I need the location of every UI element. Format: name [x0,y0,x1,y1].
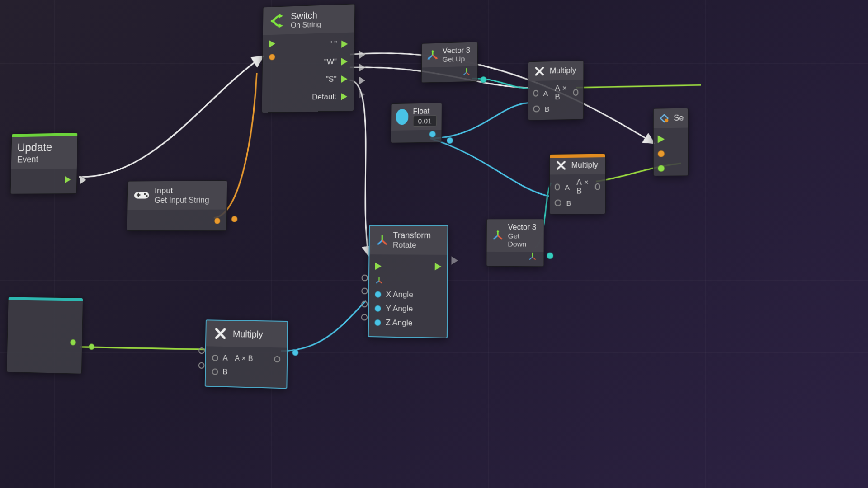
node-title: Vector 3 [508,223,539,232]
float-out-port[interactable] [429,131,436,137]
multiply-icon [555,159,567,172]
node-subtitle: Get Down [508,231,539,248]
pin-y-angle[interactable] [375,305,381,312]
node-float-literal[interactable]: Float 0.01 [391,103,442,143]
node-title: Switch [291,10,321,21]
outer-pin-transform-2[interactable] [361,301,368,308]
gamepad-icon [134,188,150,204]
string-out-port[interactable] [214,218,221,224]
exec-out-icon[interactable] [435,263,442,270]
float-value-field[interactable]: 0.01 [413,115,437,127]
pin-b[interactable] [212,368,218,375]
exec-in-icon[interactable] [269,40,275,47]
exec-in-icon[interactable] [375,263,381,270]
node-subtitle: Event [17,154,52,164]
result-out-port[interactable] [274,356,280,363]
axes-mini-icon [527,251,538,261]
pin-a[interactable] [533,90,538,97]
node-subtitle: Get Up [443,54,470,63]
target-transform-pin-icon[interactable] [375,276,383,285]
node-title: Se [674,114,684,122]
branch-icon [269,12,286,29]
pin-a-label: A [543,89,548,97]
result-out-port[interactable] [573,89,579,96]
node-switch-on-string[interactable]: Switch On String " " "W" "S" Default [262,4,355,113]
transform-icon [376,234,388,246]
outer-pin-mulbot-a[interactable] [198,347,205,354]
expr-label: A × B [555,84,568,102]
node-title: Transform [393,230,431,240]
case-blank-out[interactable] [341,40,348,48]
exec-out-icon[interactable] [65,176,71,183]
expr-label: A × B [576,178,590,196]
svg-rect-4 [138,193,139,197]
pin-a-label: A [223,353,228,363]
pin-a[interactable] [212,355,218,361]
case-s-label: "S" [326,75,337,84]
multiply-icon [212,325,229,342]
pin-x-angle[interactable] [375,291,381,298]
node-update-event[interactable]: Update Event [10,132,78,194]
outer-pin-transform-1[interactable] [361,288,368,295]
node-partial-bottom-left[interactable] [6,297,83,374]
exec-pin-switch-2[interactable] [359,76,365,85]
node-multiply-mid[interactable]: Multiply A A × B B [549,154,606,215]
pin-orange[interactable] [658,150,665,157]
node-title: Input [155,185,209,196]
string-in-port[interactable] [269,54,275,60]
axes-icon [491,229,504,241]
node-multiply-bottom[interactable]: Multiply A A × B B [205,319,288,389]
vec-down-out-port[interactable] [547,253,553,259]
exec-pin-switch-1[interactable] [359,63,365,72]
multiply-icon [533,65,546,78]
pin-b-label: B [566,199,571,207]
node-subtitle: On String [291,20,321,29]
exec-pin-switch-3[interactable] [359,90,365,99]
node-transform-rotate[interactable]: Transform Rotate X Angle Y Angle Z Angle [368,225,448,338]
node-vector3-get-down[interactable]: Vector 3 Get Down [486,219,544,267]
node-title: Update [17,141,52,155]
outer-pin-transform-0[interactable] [362,275,368,282]
case-default-out[interactable] [341,93,347,100]
node-subtitle: Rotate [393,240,431,250]
node-input-get-string[interactable]: Input Get Input String [127,180,228,231]
exec-pin-switch-0[interactable] [359,51,365,59]
exec-pin-update[interactable] [80,176,86,184]
exec-pin-transform-out[interactable] [451,256,458,265]
pin-x-label: X Angle [386,290,413,300]
pin-b[interactable] [533,106,540,113]
node-subtitle: Get Input String [154,195,209,205]
mulbot-result-inflight [292,349,298,356]
pin-b[interactable] [555,199,561,206]
svg-point-5 [665,119,668,122]
result-out-port[interactable] [70,339,76,346]
axes-mini-icon [461,66,472,76]
vec-up-out-port[interactable] [480,76,487,83]
node-partial-right[interactable]: Se [653,108,689,176]
result-out-port[interactable] [595,183,600,190]
node-title: Float [413,107,437,116]
result-inflight-port [89,343,94,350]
expr-label: A × B [235,354,253,363]
node-multiply-top[interactable]: Multiply A A × B B [528,60,584,120]
self-icon [658,112,671,125]
case-blank-label: " " [329,40,337,49]
pin-z-label: Z Angle [386,318,413,328]
node-vector3-get-up[interactable]: Vector 3 Get Up [421,42,478,83]
pin-y-label: Y Angle [386,304,413,314]
exec-in-icon[interactable] [658,135,665,143]
node-title: Multiply [233,328,263,340]
float-type-icon [396,109,408,125]
graph-canvas[interactable]: Update Event Input Get Input String [0,0,868,488]
axes-icon [426,49,439,61]
case-w-out[interactable] [341,58,348,66]
outer-pin-transform-3[interactable] [361,314,368,321]
pin-a[interactable] [555,183,560,190]
float-inflight-port [447,137,453,144]
node-title: Vector 3 [443,46,470,55]
outer-pin-mulbot-b[interactable] [198,362,205,369]
pin-green[interactable] [658,165,665,172]
pin-z-angle[interactable] [374,319,381,326]
case-default-label: Default [312,92,336,102]
case-s-out[interactable] [341,75,347,83]
